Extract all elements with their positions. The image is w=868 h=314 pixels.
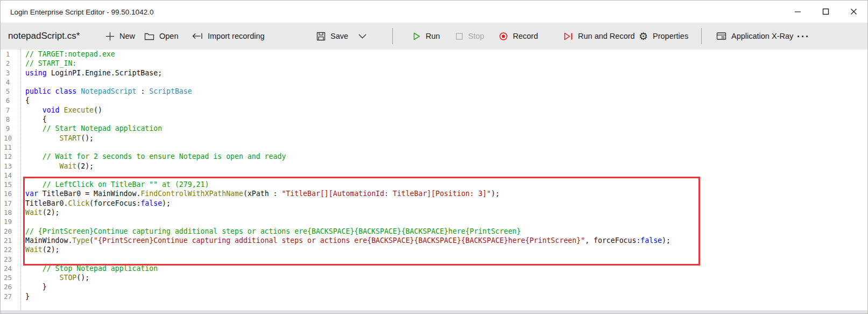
code-line[interactable]: Wait(2); — [25, 162, 867, 171]
import-recording-button[interactable]: Import recording — [192, 23, 265, 50]
save-button[interactable]: Save — [316, 23, 348, 50]
line-number: 22 — [1, 245, 15, 254]
code-line[interactable]: MainWindow.Type("{PrintScreen}Continue c… — [25, 236, 867, 245]
line-number: 24 — [1, 264, 15, 273]
toolbar-divider — [392, 28, 393, 44]
save-dropdown-button[interactable] — [358, 23, 367, 50]
line-number: 14 — [1, 171, 15, 180]
line-number: 9 — [1, 124, 15, 133]
code-line[interactable] — [25, 143, 867, 152]
code-line[interactable]: // START_IN: — [25, 59, 867, 68]
line-number: 13 — [1, 162, 15, 171]
line-number: 21 — [1, 236, 15, 245]
titlebar: Login Enterprise Script Editor - 99.50.1… — [1, 1, 867, 23]
stop-button[interactable]: Stop — [455, 23, 484, 50]
record-label: Record — [513, 32, 538, 40]
code-line[interactable]: // Stop Notepad application — [25, 264, 867, 273]
new-button[interactable]: New — [105, 23, 135, 50]
gear-icon: ⚙ — [639, 31, 648, 41]
code-line[interactable]: using LoginPI.Engine.ScriptBase; — [25, 68, 867, 78]
window-title: Login Enterprise Script Editor - 99.50.1… — [10, 8, 153, 16]
import-recording-label: Import recording — [208, 32, 265, 40]
toolbar-divider — [701, 28, 702, 44]
line-number: 26 — [1, 282, 15, 291]
maximize-button[interactable] — [811, 1, 839, 23]
plus-icon — [105, 32, 115, 41]
code-line[interactable]: // Start Notepad application — [25, 124, 867, 133]
new-label: New — [119, 32, 135, 40]
more-options-button[interactable]: ... — [797, 23, 810, 50]
properties-button[interactable]: ⚙ Properties — [639, 23, 688, 50]
run-and-record-icon — [563, 32, 573, 41]
line-number: 23 — [1, 255, 15, 264]
code-line[interactable] — [25, 171, 867, 180]
code-line[interactable]: Wait(2); — [25, 208, 867, 217]
code-line[interactable]: TitleBar0.Click(forceFocus:false); — [25, 199, 867, 208]
run-and-record-label: Run and Record — [578, 32, 635, 40]
save-icon — [316, 32, 326, 41]
minimize-button[interactable] — [784, 1, 811, 23]
code-line[interactable]: var TitleBar0 = MainWindow.FindControlWi… — [25, 189, 867, 198]
window-controls — [784, 1, 867, 23]
chevron-down-icon — [358, 33, 367, 39]
line-number-gutter: 1234567891011121314151617181920212223242… — [1, 50, 21, 310]
toolbar: notepadScript.cs* New Open Import record… — [1, 23, 867, 50]
code-line[interactable]: { — [25, 96, 867, 105]
run-and-record-button[interactable]: Run and Record — [563, 23, 635, 50]
line-number: 1 — [1, 50, 15, 59]
code-line[interactable]: // TARGET:notepad.exe — [25, 50, 867, 59]
properties-label: Properties — [653, 32, 688, 40]
record-dot-icon — [499, 32, 508, 41]
code-line[interactable]: } — [25, 282, 867, 291]
line-number: 5 — [1, 87, 15, 96]
code-line[interactable] — [25, 78, 867, 87]
code-line[interactable] — [25, 255, 867, 264]
code-content[interactable]: // TARGET:notepad.exe// START_IN:using L… — [21, 50, 867, 310]
code-line[interactable]: // Wait for 2 seconds to ensure Notepad … — [25, 152, 867, 161]
tab-notepadscript[interactable]: notepadScript.cs* — [8, 23, 80, 50]
line-number: 18 — [1, 208, 15, 217]
line-number: 19 — [1, 217, 15, 226]
code-line[interactable] — [25, 217, 867, 226]
code-line[interactable]: // {PrintScreen}Continue capturing addit… — [25, 227, 867, 236]
code-line[interactable]: Wait(2); — [25, 245, 867, 254]
run-play-icon — [413, 32, 421, 41]
import-arrow-icon — [192, 32, 203, 40]
line-number: 25 — [1, 273, 15, 282]
code-line[interactable]: { — [25, 115, 867, 124]
stop-label: Stop — [468, 32, 484, 40]
tab-filename-label: notepadScript.cs* — [8, 31, 80, 41]
application-xray-icon — [716, 32, 726, 40]
code-line[interactable]: // LeftClick on TitleBar "" at (279,21) — [25, 180, 867, 189]
close-button[interactable] — [839, 1, 867, 23]
line-number: 17 — [1, 199, 15, 208]
record-button[interactable]: Record — [499, 23, 538, 50]
line-number: 4 — [1, 78, 15, 87]
application-xray-label: Application X-Ray — [731, 32, 793, 40]
code-line[interactable]: void Execute() — [25, 106, 867, 115]
code-line[interactable]: START(); — [25, 134, 867, 143]
line-number: 10 — [1, 134, 15, 143]
line-number: 16 — [1, 189, 15, 198]
line-number: 7 — [1, 106, 15, 115]
line-number: 12 — [1, 152, 15, 161]
app-window: Login Enterprise Script Editor - 99.50.1… — [0, 0, 868, 314]
code-editor[interactable]: 1234567891011121314151617181920212223242… — [1, 50, 867, 310]
open-label: Open — [159, 32, 178, 40]
line-number: 6 — [1, 96, 15, 105]
application-xray-button[interactable]: Application X-Ray — [716, 23, 793, 50]
code-line[interactable]: public class NotepadScript : ScriptBase — [25, 87, 867, 96]
close-icon — [850, 8, 857, 15]
run-button[interactable]: Run — [413, 23, 440, 50]
line-number: 3 — [1, 68, 15, 78]
ellipsis-icon: ... — [797, 29, 810, 40]
line-number: 8 — [1, 115, 15, 124]
line-number: 20 — [1, 227, 15, 236]
line-number: 27 — [1, 292, 15, 301]
folder-icon — [144, 32, 154, 41]
line-number: 15 — [1, 180, 15, 189]
code-line[interactable]: STOP(); — [25, 273, 867, 282]
open-button[interactable]: Open — [144, 23, 178, 50]
run-label: Run — [426, 32, 440, 40]
code-line[interactable]: } — [25, 292, 867, 301]
